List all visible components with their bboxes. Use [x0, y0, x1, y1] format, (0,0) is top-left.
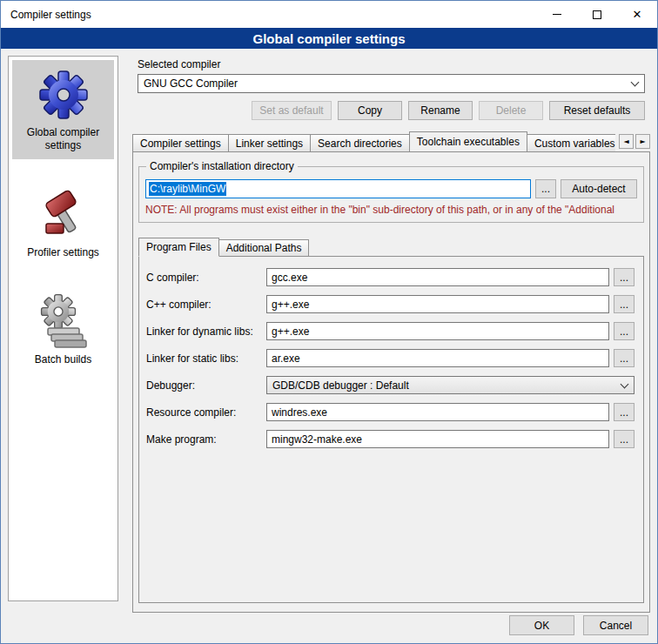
- debugger-select[interactable]: GDB/CDB debugger : Default: [266, 376, 634, 394]
- installation-directory-row: C:\raylib\MinGW ... Auto-detect: [145, 179, 637, 198]
- compiler-select-value: GNU GCC Compiler: [138, 77, 625, 90]
- toolchain-tabs: Compiler settingsLinker settingsSearch d…: [132, 131, 615, 151]
- sidebar-item-label: Profiler settings: [27, 246, 99, 259]
- c-compiler-label: C++ compiler:: [146, 299, 266, 311]
- make-program-browse-button[interactable]: ...: [614, 430, 634, 448]
- window-controls: ✕: [537, 1, 657, 28]
- minimize-icon: [553, 14, 561, 15]
- debugger-row: Debugger:GDB/CDB debugger : Default: [146, 376, 634, 394]
- installation-directory-group-title: Compiler's installation directory: [146, 160, 298, 172]
- tab-arrows: ◄ ►: [619, 134, 650, 149]
- program-subtabs: Program FilesAdditional Paths: [138, 237, 644, 256]
- scroll-left-icon: ◄: [623, 138, 628, 145]
- chevron-down-icon: [625, 79, 644, 88]
- auto-detect-button[interactable]: Auto-detect: [561, 179, 637, 198]
- resource-compiler-row: Resource compiler:...: [146, 403, 634, 421]
- maximize-button[interactable]: [577, 1, 617, 28]
- c-compiler-input[interactable]: [266, 268, 609, 286]
- cancel-button[interactable]: Cancel: [583, 615, 648, 635]
- linker-for-dynamic-libs-browse-button[interactable]: ...: [614, 322, 634, 340]
- set-as-default-button: Set as default: [252, 101, 332, 120]
- close-button[interactable]: ✕: [617, 1, 657, 28]
- c-compiler-input[interactable]: [266, 295, 609, 313]
- chevron-down-icon: [614, 381, 634, 390]
- make-program-row: Make program:...: [146, 430, 634, 448]
- tab-scroll-right-button[interactable]: ►: [635, 134, 650, 149]
- program-rows: C compiler:...C++ compiler:...Linker for…: [146, 268, 634, 448]
- debugger-label: Debugger:: [146, 379, 266, 392]
- resource-compiler-label: Resource compiler:: [146, 406, 266, 419]
- sidebar: Global compiler settings Profiler settin…: [8, 56, 118, 601]
- compiler-actions: Set as defaultCopyRenameDeleteReset defa…: [138, 101, 645, 120]
- linker-for-static-libs-input[interactable]: [266, 349, 609, 367]
- maximize-icon: [593, 10, 601, 19]
- footer: OK Cancel: [509, 615, 648, 635]
- delete-button: Delete: [479, 101, 543, 120]
- ok-button[interactable]: OK: [509, 615, 574, 635]
- selected-compiler-label: Selected compiler: [138, 58, 645, 70]
- sidebar-item-label: Global compiler settings: [14, 126, 112, 152]
- tab-search-directories[interactable]: Search directories: [310, 134, 410, 151]
- compiler-select[interactable]: GNU GCC Compiler: [138, 74, 645, 93]
- tab-toolchain-executables[interactable]: Toolchain executables: [409, 131, 527, 151]
- compiler-gear-icon: [36, 69, 91, 121]
- titlebar: Compiler settings ✕: [1, 1, 657, 28]
- program-files-panel: C compiler:...C++ compiler:...Linker for…: [138, 256, 644, 603]
- subtab-additional-paths[interactable]: Additional Paths: [218, 239, 310, 256]
- linker-for-dynamic-libs-input[interactable]: [266, 322, 609, 340]
- c-compiler-row: C++ compiler:...: [146, 295, 634, 313]
- c-compiler-browse-button[interactable]: ...: [614, 295, 634, 313]
- make-program-input[interactable]: [266, 430, 609, 448]
- scroll-right-icon: ►: [640, 138, 645, 145]
- close-icon: ✕: [633, 9, 642, 20]
- resource-compiler-browse-button[interactable]: ...: [614, 403, 634, 421]
- tab-custom-variables[interactable]: Custom variables: [527, 134, 615, 151]
- subtab-program-files[interactable]: Program Files: [138, 238, 219, 257]
- linker-for-static-libs-label: Linker for static libs:: [146, 352, 266, 365]
- batch-builds-icon: [36, 292, 91, 348]
- sidebar-item-label: Batch builds: [35, 353, 91, 366]
- sidebar-item-profiler-settings[interactable]: Profiler settings: [12, 177, 114, 266]
- installation-directory-group: Compiler's installation directory C:\ray…: [138, 166, 644, 223]
- resource-compiler-input[interactable]: [266, 403, 609, 421]
- toolchain-executables-panel: Compiler's installation directory C:\ray…: [132, 151, 650, 613]
- browse-directory-button[interactable]: ...: [535, 179, 556, 198]
- note-text: NOTE: All programs must exist either in …: [145, 204, 637, 216]
- reset-defaults-button[interactable]: Reset defaults: [549, 101, 645, 120]
- rename-button[interactable]: Rename: [408, 101, 473, 120]
- window-title: Compiler settings: [1, 9, 537, 21]
- tab-linker-settings[interactable]: Linker settings: [228, 134, 311, 151]
- main-panel: Selected compiler GNU GCC Compiler Set a…: [132, 56, 650, 613]
- linker-for-static-libs-browse-button[interactable]: ...: [614, 349, 634, 367]
- minimize-button[interactable]: [537, 1, 577, 28]
- profiler-icon: [36, 185, 91, 241]
- copy-button[interactable]: Copy: [338, 101, 402, 120]
- linker-for-static-libs-row: Linker for static libs:...: [146, 349, 634, 367]
- linker-for-dynamic-libs-row: Linker for dynamic libs:...: [146, 322, 634, 340]
- dialog-header-title: Global compiler settings: [252, 31, 405, 46]
- toolchain-tabstrip: Compiler settingsLinker settingsSearch d…: [132, 131, 650, 151]
- sidebar-item-global-compiler-settings[interactable]: Global compiler settings: [12, 60, 114, 159]
- c-compiler-label: C compiler:: [146, 272, 266, 284]
- c-compiler-browse-button[interactable]: ...: [614, 268, 634, 286]
- linker-for-dynamic-libs-label: Linker for dynamic libs:: [146, 325, 266, 338]
- tab-scroll-left-button[interactable]: ◄: [619, 134, 634, 149]
- debugger-select-value: GDB/CDB debugger : Default: [267, 379, 614, 392]
- installation-path-input[interactable]: C:\raylib\MinGW: [145, 179, 531, 198]
- c-compiler-row: C compiler:...: [146, 268, 634, 286]
- sidebar-item-batch-builds[interactable]: Batch builds: [12, 284, 114, 373]
- tab-compiler-settings[interactable]: Compiler settings: [132, 134, 229, 151]
- dialog-header: Global compiler settings: [1, 28, 657, 49]
- installation-path-value: C:\raylib\MinGW: [149, 182, 226, 196]
- make-program-label: Make program:: [146, 433, 266, 446]
